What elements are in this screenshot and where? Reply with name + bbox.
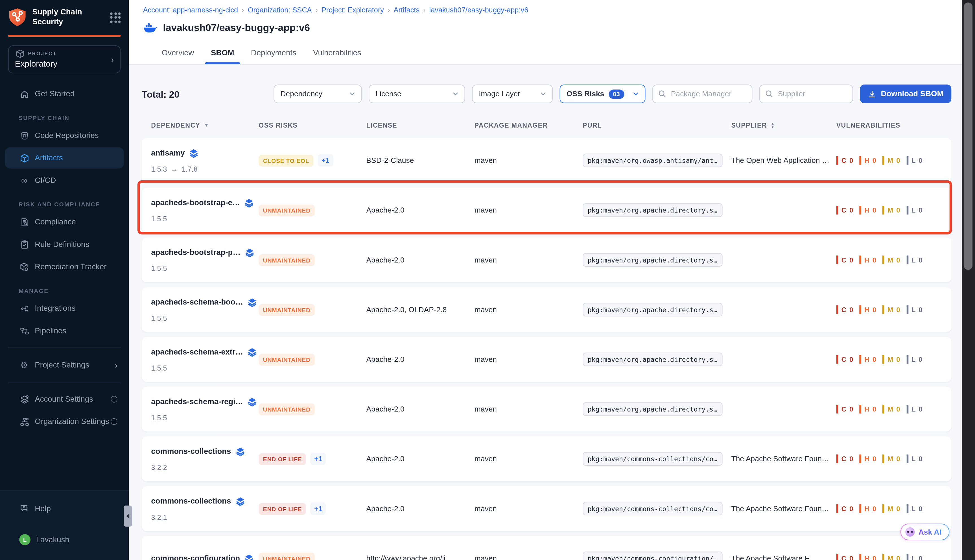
breadcrumb-separator: › bbox=[388, 6, 390, 13]
table-row[interactable]: apacheds-schema-extr… 1.5.5 UNMAINTAINED… bbox=[142, 337, 951, 382]
sidebar-item-help[interactable]: Help bbox=[5, 498, 124, 519]
oss-risks-filter-select[interactable]: OSS Risks 03 bbox=[560, 85, 646, 103]
risk-extra-count[interactable]: +1 bbox=[318, 154, 333, 167]
package-manager-search-input[interactable] bbox=[670, 89, 746, 99]
info-icon[interactable]: ⓘ bbox=[111, 417, 117, 426]
license-cell: Apache-2.0 bbox=[366, 504, 474, 513]
col-dependency[interactable]: DEPENDENCY▼ bbox=[151, 122, 258, 129]
download-sbom-button[interactable]: Download SBOM bbox=[860, 85, 951, 103]
sidebar-item-rule-definitions[interactable]: Rule Definitions bbox=[5, 234, 124, 255]
chevron-down-icon bbox=[633, 92, 638, 96]
filter-toolbar: Total: 20 Dependency License Image Layer bbox=[142, 85, 951, 103]
project-label: PROJECT bbox=[28, 51, 57, 57]
integrations-icon bbox=[19, 303, 29, 313]
dependency-filter-select[interactable]: Dependency bbox=[273, 85, 362, 103]
purl-pill[interactable]: pkg:maven/commons-collections/co… bbox=[583, 452, 722, 465]
sidebar-item-remediation-tracker[interactable]: Remediation Tracker bbox=[5, 256, 124, 277]
package-manager-cell: maven bbox=[475, 504, 583, 513]
sidebar-item-integrations[interactable]: Integrations bbox=[5, 298, 124, 319]
table-row[interactable]: apacheds-schema-boo… 1.5.5 UNMAINTAINED … bbox=[142, 287, 951, 332]
sidebar-item-get-started[interactable]: Get Started bbox=[5, 83, 124, 105]
breadcrumb-organization[interactable]: Organization: SSCA bbox=[248, 6, 312, 13]
user-menu[interactable]: L Lavakush bbox=[5, 529, 124, 550]
col-supplier[interactable]: SUPPLIER▲▼ bbox=[731, 122, 836, 129]
table-row[interactable]: commons-collections 3.2.1 END OF LIFE+1 … bbox=[142, 486, 951, 531]
sidebar-item-pipelines[interactable]: Pipelines bbox=[5, 320, 124, 341]
table-row[interactable]: commons-configuration UNMAINTAINED http:… bbox=[142, 536, 951, 560]
app-window: Supply Chain Security PROJECT Explorator… bbox=[0, 0, 975, 560]
clipboard-check-icon bbox=[19, 239, 29, 249]
breadcrumb-separator: › bbox=[242, 6, 244, 13]
help-chat-icon bbox=[19, 503, 29, 513]
sidebar-collapse-handle[interactable] bbox=[123, 505, 132, 527]
project-selector[interactable]: PROJECT Exploratory › bbox=[8, 45, 121, 73]
tab-sbom[interactable]: SBOM bbox=[211, 48, 234, 64]
tab-vulnerabilities[interactable]: Vulnerabilities bbox=[313, 48, 361, 64]
purl-pill[interactable]: pkg:maven/org.apache.directory.s… bbox=[583, 253, 722, 267]
layers-icon bbox=[248, 298, 257, 307]
user-name: Lavakush bbox=[36, 535, 70, 544]
sidebar-item-artifacts[interactable]: Artifacts bbox=[5, 147, 124, 168]
divider bbox=[8, 347, 121, 348]
table-row[interactable]: antisamy 1.5.3→1.7.8 CLOSE TO EOL+1 BSD-… bbox=[142, 138, 951, 183]
vulnerability-counts: C 0 H 0 M 0 L 0 bbox=[837, 554, 942, 560]
breadcrumb-artifact-name[interactable]: lavakush07/easy-buggy-app:v6 bbox=[429, 6, 528, 13]
ask-ai-button[interactable]: Ask AI bbox=[900, 523, 950, 540]
purl-pill[interactable]: pkg:maven/org.apache.directory.s… bbox=[583, 303, 722, 317]
layers-icon bbox=[189, 148, 198, 158]
docker-icon bbox=[143, 22, 158, 34]
sidebar-item-cicd[interactable]: ∞ CI/CD bbox=[5, 170, 124, 191]
oss-risks-count-badge: 03 bbox=[608, 89, 624, 98]
tab-overview[interactable]: Overview bbox=[162, 48, 194, 64]
purl-pill[interactable]: pkg:maven/org.owasp.antisamy/ant… bbox=[583, 153, 722, 167]
breadcrumb-project[interactable]: Project: Exploratory bbox=[322, 6, 384, 13]
risk-badge: END OF LIFE bbox=[258, 453, 306, 465]
table-row-highlighted[interactable]: apacheds-bootstrap-e… 1.5.5 UNMAINTAINED… bbox=[142, 188, 951, 233]
table-row[interactable]: apacheds-bootstrap-p… 1.5.5 UNMAINTAINED… bbox=[142, 237, 951, 282]
tab-deployments[interactable]: Deployments bbox=[251, 48, 297, 64]
vulnerability-counts: C 0 H 0 M 0 L 0 bbox=[837, 156, 942, 165]
risk-extra-count[interactable]: +1 bbox=[310, 453, 326, 465]
breadcrumb-account[interactable]: Account: app-harness-ng-cicd bbox=[143, 6, 238, 13]
package-manager-cell: maven bbox=[475, 156, 583, 165]
table-row[interactable]: apacheds-schema-regi… 1.5.5 UNMAINTAINED… bbox=[142, 387, 951, 432]
supplier-search-input[interactable] bbox=[777, 89, 847, 99]
sidebar-item-project-settings[interactable]: ⚙ Project Settings › bbox=[5, 355, 124, 376]
purl-pill[interactable]: pkg:maven/org.apache.directory.s… bbox=[583, 353, 722, 366]
package-manager-search bbox=[652, 85, 753, 103]
scrollbar-thumb[interactable] bbox=[964, 3, 972, 270]
layers-gear-icon bbox=[19, 394, 29, 404]
sidebar-item-compliance[interactable]: Compliance bbox=[5, 212, 124, 233]
sidebar-item-organization-settings[interactable]: Organization Settings ⓘ bbox=[5, 411, 124, 432]
page-scrollbar[interactable] bbox=[962, 0, 975, 560]
app-title: Supply Chain Security bbox=[32, 8, 92, 27]
table-row[interactable]: commons-collections 3.2.2 END OF LIFE+1 … bbox=[142, 437, 951, 481]
sidebar-item-account-settings[interactable]: Account Settings ⓘ bbox=[5, 389, 124, 410]
section-label-manage: MANAGE bbox=[18, 287, 129, 294]
license-cell: Apache-2.0 bbox=[366, 455, 474, 463]
col-vulnerabilities: VULNERABILITIES bbox=[837, 122, 942, 129]
pipelines-icon bbox=[19, 326, 29, 336]
app-switcher-grid-icon[interactable] bbox=[110, 12, 120, 23]
image-layer-filter-select[interactable]: Image Layer bbox=[472, 85, 553, 103]
supplier-cell: The Open Web Application … bbox=[731, 156, 836, 165]
col-license: LICENSE bbox=[366, 122, 474, 129]
purl-pill[interactable]: pkg:maven/commons-collections/co… bbox=[583, 502, 722, 515]
package-manager-cell: maven bbox=[475, 355, 583, 364]
document-search-icon bbox=[19, 217, 29, 227]
risk-extra-count[interactable]: +1 bbox=[310, 502, 326, 515]
purl-pill[interactable]: pkg:maven/org.apache.directory.s… bbox=[583, 203, 722, 217]
sidebar-nav: Get Started SUPPLY CHAIN Code Repositori… bbox=[0, 82, 129, 433]
arrow-right-icon: → bbox=[171, 165, 178, 172]
license-filter-select[interactable]: License bbox=[369, 85, 465, 103]
purl-pill[interactable]: pkg:maven/commons-configuration/… bbox=[583, 552, 722, 560]
chevron-down-icon bbox=[540, 92, 546, 96]
breadcrumb-artifacts[interactable]: Artifacts bbox=[394, 6, 420, 13]
gear-icon: ⚙ bbox=[19, 360, 29, 370]
sidebar: Supply Chain Security PROJECT Explorator… bbox=[0, 0, 129, 560]
info-icon[interactable]: ⓘ bbox=[111, 395, 117, 404]
sidebar-item-code-repositories[interactable]: Code Repositories bbox=[5, 125, 124, 146]
purl-pill[interactable]: pkg:maven/org.apache.directory.s… bbox=[583, 402, 722, 416]
vulnerability-counts: C 0 H 0 M 0 L 0 bbox=[837, 455, 942, 463]
layers-icon bbox=[235, 497, 245, 506]
